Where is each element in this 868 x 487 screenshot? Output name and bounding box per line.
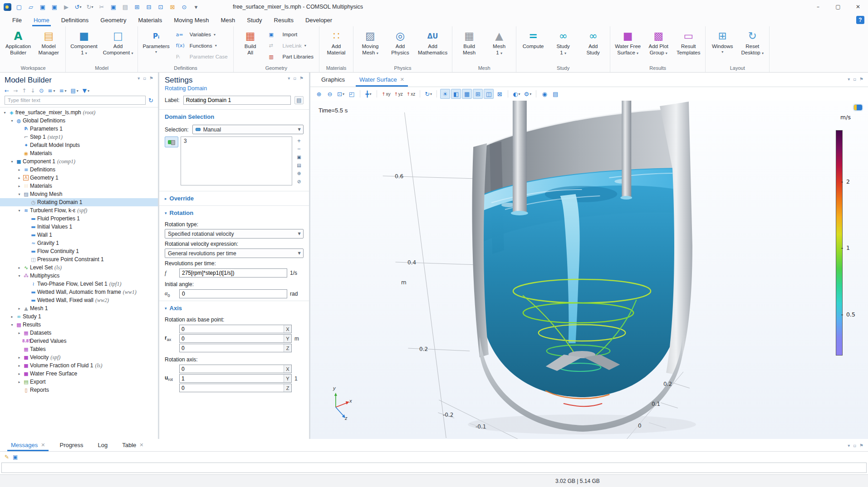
reset-desktop-button[interactable]: ↻ResetDesktop ▾: [738, 28, 767, 64]
menu-tab-developer[interactable]: Developer: [299, 14, 338, 26]
menu-tab-geometry[interactable]: Geometry: [94, 14, 132, 26]
pin-panel-icon[interactable]: ⚑: [859, 77, 863, 82]
undo-icon[interactable]: ↺▾: [73, 2, 83, 12]
rotation-section-header[interactable]: ▾ Rotation: [159, 206, 309, 219]
revolutions-per-time-input[interactable]: [179, 268, 287, 278]
add-study-button[interactable]: ∞AddStudy: [579, 28, 608, 64]
refresh-icon[interactable]: ↻: [148, 97, 153, 104]
collapse-panel-icon[interactable]: ▾: [137, 76, 140, 81]
help-button[interactable]: ?: [856, 16, 864, 24]
tree-item-volume-fraction-of-fluid-1[interactable]: ▸■Volume Fraction of Fluid 1(ls): [0, 361, 158, 370]
graphics-tab-water-surface[interactable]: Water Surface✕: [353, 73, 411, 87]
tree-item-fluid-properties-1[interactable]: ▬Fluid Properties 1: [0, 214, 158, 223]
default-view-icon[interactable]: ╋▾: [363, 89, 373, 99]
scene-settings-icon[interactable]: ⚙▾: [523, 89, 533, 99]
rotation-axis-z-field[interactable]: Z: [179, 384, 292, 392]
new-file-icon[interactable]: ▢: [14, 2, 24, 12]
view-xz-icon[interactable]: ↑xz: [405, 89, 417, 99]
water-free-surface-button[interactable]: ■Water FreeSurface ▾: [613, 28, 643, 64]
rotation-axis-y-field[interactable]: Y: [179, 374, 292, 383]
compute-button[interactable]: =Compute: [519, 28, 548, 64]
tree-item-materials[interactable]: ▸∷Materials: [0, 182, 158, 190]
rotation-axis-x-field[interactable]: X: [179, 365, 292, 373]
zoom-box-icon[interactable]: ⊡▾: [336, 89, 346, 99]
parameters-button[interactable]: PᵢParameters▾: [140, 28, 172, 64]
messages-content[interactable]: [1, 463, 867, 473]
expander-icon[interactable]: ▸: [16, 184, 22, 188]
tree-item-water-free-surface[interactable]: ▸■Water Free Surface: [0, 370, 158, 378]
selection-combo[interactable]: Manual ▼: [192, 125, 304, 134]
collapse-panel-icon[interactable]: ▾: [848, 443, 850, 448]
tree-item-results[interactable]: ▾▩Results: [0, 321, 158, 329]
menu-tab-moving-mesh[interactable]: Moving Mesh: [168, 14, 215, 26]
tree-item-multiphysics[interactable]: ▾⁂Multiphysics: [0, 272, 158, 280]
expander-icon[interactable]: ▾: [9, 160, 15, 164]
zoom-extents-icon[interactable]: ◰: [347, 89, 357, 99]
zoom-in-icon[interactable]: ⊕: [314, 89, 324, 99]
filter-icon[interactable]: ▼▾: [83, 88, 89, 94]
messages-tab-progress[interactable]: Progress: [53, 439, 89, 451]
expander-icon[interactable]: ▾: [16, 192, 22, 196]
tree-item-flow-continuity-1[interactable]: ▬Flow Continuity 1: [0, 247, 158, 255]
paste-icon[interactable]: ▤: [120, 2, 130, 12]
tree-item-wetted-wall-fixed-wall[interactable]: ▬Wetted Wall, Fixed wall(ww2): [0, 296, 158, 304]
graphics-canvas[interactable]: Time=5.5 s 0.60.4m0.2-0.2-0.10.20.10 m/s…: [310, 101, 868, 439]
moving-mesh-button[interactable]: ▨MovingMesh ▾: [356, 28, 385, 64]
build-mesh-button[interactable]: ▦BuildMesh: [455, 28, 484, 64]
tree-item-two-phase-flow-level-set-1[interactable]: ≀Two-Phase Flow, Level Set 1(tpf1): [0, 280, 158, 288]
tree-item-materials[interactable]: ◉Materials: [0, 149, 158, 157]
tree-item-global-definitions[interactable]: ▾◍Global Definitions: [0, 117, 158, 125]
expander-icon[interactable]: ▸: [16, 356, 22, 360]
menu-tab-definitions[interactable]: Definitions: [55, 14, 95, 26]
select-icon[interactable]: ⊡: [156, 2, 166, 12]
deselect-button[interactable]: ⊘: [295, 178, 303, 185]
build-all-button[interactable]: ▦BuildAll: [236, 28, 265, 64]
expander-icon[interactable]: ▸: [16, 176, 22, 180]
pin-panel-icon[interactable]: ⚑: [299, 76, 304, 81]
expander-icon[interactable]: ▸: [16, 307, 22, 311]
active-toggle-button[interactable]: [165, 136, 178, 147]
tree-item-pressure-point-constraint-1[interactable]: ◫Pressure Point Constraint 1: [0, 255, 158, 263]
clear-messages-icon[interactable]: ✎: [5, 454, 9, 460]
import-button[interactable]: ▣Import: [267, 29, 316, 39]
pin-panel-icon[interactable]: ⚑: [149, 76, 153, 81]
tree-item-tables[interactable]: ▦Tables: [0, 345, 158, 353]
add-material-button[interactable]: ∷AddMaterial: [322, 28, 351, 64]
rotation-axis-base-point-x-input[interactable]: [180, 325, 284, 333]
expander-icon[interactable]: ▸: [16, 168, 22, 172]
wireframe-icon[interactable]: ▦: [462, 89, 472, 99]
tree-item-velocity[interactable]: ▸■Velocity(spf): [0, 353, 158, 361]
graphics-tab-graphics[interactable]: Graphics: [315, 73, 351, 87]
tree-item-level-set[interactable]: ▸∿Level Set(ls): [0, 263, 158, 272]
rotation-axis-base-point-z-input[interactable]: [180, 344, 284, 352]
tree-item-parameters-1[interactable]: PᵢParameters 1: [0, 125, 158, 133]
expander-icon[interactable]: ▾: [16, 274, 22, 278]
scene-light-icon[interactable]: ☀: [440, 89, 450, 99]
show-grid-icon[interactable]: ⊞: [473, 89, 483, 99]
expander-icon[interactable]: ▸: [9, 315, 15, 319]
node-label-input[interactable]: [183, 96, 291, 105]
result-templates-button[interactable]: ▭ResultTemplates: [674, 28, 703, 64]
float-panel-icon[interactable]: ▫: [293, 76, 296, 81]
cut-icon[interactable]: ✂: [97, 2, 107, 12]
model-tree-nodes-icon[interactable]: ▤▾: [70, 88, 78, 94]
redo-icon[interactable]: ↻▾: [85, 2, 95, 12]
tree-item-component-1[interactable]: ▾■Component 1(comp1): [0, 157, 158, 166]
tree-item-reports[interactable]: ▯Reports: [0, 386, 158, 394]
tree-item-turbulent-flow-k[interactable]: ▾≋Turbulent Flow, k-ε(spf): [0, 206, 158, 214]
rotation-axis-x-input[interactable]: [180, 365, 284, 373]
expand-all-icon[interactable]: ≡▾: [59, 88, 66, 94]
copy-icon[interactable]: ▣: [108, 2, 118, 12]
tree-item-derived-values[interactable]: 8.85Derived Values: [0, 337, 158, 345]
tree-item-default-model-inputs[interactable]: ✦Default Model Inputs: [0, 141, 158, 149]
tree-item-geometry-1[interactable]: ▸AGeometry 1: [0, 174, 158, 182]
rotation-axis-base-point-x-field[interactable]: X: [179, 325, 292, 333]
paste-selection-button[interactable]: ▤: [295, 162, 303, 168]
messages-tab-messages[interactable]: Messages✕: [5, 439, 51, 451]
add-to-selection-button[interactable]: +: [295, 137, 303, 144]
go-back-icon[interactable]: ←: [5, 88, 9, 94]
run-icon[interactable]: ▶: [61, 2, 71, 12]
part-libraries-button[interactable]: ▥Part Libraries: [267, 52, 316, 62]
menu-tab-home[interactable]: Home: [28, 14, 55, 26]
expander-icon[interactable]: ▾: [9, 323, 15, 327]
